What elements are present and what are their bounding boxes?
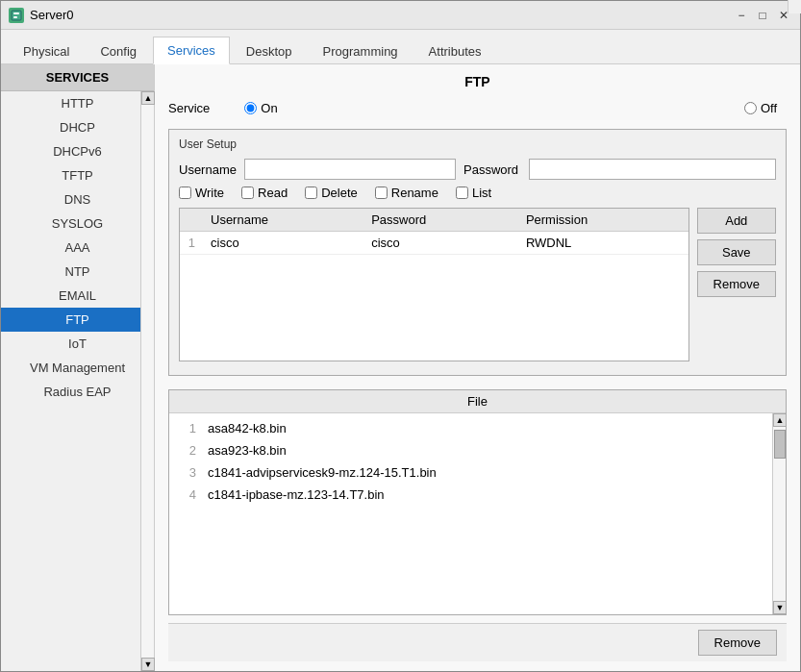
tab-programming[interactable]: Programming <box>309 37 413 64</box>
scroll-track <box>141 105 154 658</box>
sidebar-item-syslog[interactable]: SYSLOG <box>1 212 154 236</box>
write-label: Write <box>195 186 224 200</box>
delete-checkbox[interactable] <box>305 187 317 199</box>
row-username: cisco <box>203 232 363 255</box>
bottom-bar: Remove <box>168 623 787 661</box>
scroll-up-arrow[interactable]: ▲ <box>141 91 155 105</box>
app-icon <box>9 8 24 23</box>
rename-checkbox[interactable] <box>375 187 388 199</box>
col-username: Username <box>203 209 363 232</box>
tab-bar: Physical Config Services Desktop Program… <box>1 30 800 64</box>
sidebar-item-dns[interactable]: DNS <box>1 187 154 212</box>
tab-physical[interactable]: Physical <box>9 37 84 64</box>
user-setup-legend: User Setup <box>179 137 776 151</box>
rename-checkbox-label[interactable]: Rename <box>375 186 438 200</box>
write-checkbox-label[interactable]: Write <box>179 186 224 200</box>
file-list-wrapper: 1 asa842-k8.bin 2 asa923-k8.bin 3 c1841-… <box>169 413 786 614</box>
col-num <box>180 209 203 232</box>
sidebar-item-radius-eap[interactable]: Radius EAP <box>1 380 154 404</box>
list-checkbox-label[interactable]: List <box>456 186 491 200</box>
title-bar: Server0 − □ ✕ <box>1 1 800 30</box>
tab-config[interactable]: Config <box>86 37 151 64</box>
file-name-2: asa923-k8.bin <box>208 443 287 458</box>
file-section: File 1 asa842-k8.bin 2 asa923-k8.bin <box>168 389 787 615</box>
file-num-3: 3 <box>179 465 196 480</box>
sidebar-item-tftp[interactable]: TFTP <box>1 163 154 187</box>
ftp-panel: FTP Service On Off User Setup Username <box>155 64 800 671</box>
main-content: SERVICES HTTP DHCP DHCPv6 TFTP DNS SYSLO… <box>1 64 800 671</box>
sidebar: SERVICES HTTP DHCP DHCPv6 TFTP DNS SYSLO… <box>1 64 155 671</box>
list-checkbox[interactable] <box>456 187 468 199</box>
tab-desktop[interactable]: Desktop <box>232 37 307 64</box>
sidebar-scrollbar: ▲ ▼ <box>140 91 154 671</box>
sidebar-item-iot[interactable]: IoT <box>1 332 154 356</box>
username-input[interactable] <box>244 159 456 180</box>
window-controls: − □ ✕ <box>733 7 792 24</box>
scroll-down-arrow[interactable]: ▼ <box>141 658 155 671</box>
list-item: 2 asa923-k8.bin <box>169 439 772 461</box>
ftp-title: FTP <box>168 74 787 89</box>
col-permission: Permission <box>518 209 688 232</box>
service-row: Service On Off <box>168 101 787 115</box>
sidebar-item-dhcp[interactable]: DHCP <box>1 115 154 139</box>
file-header: File <box>177 394 778 409</box>
user-table: Username Password Permission 1 cisco cis… <box>179 208 689 361</box>
password-input[interactable] <box>529 159 776 180</box>
maximize-button[interactable]: □ <box>754 7 771 24</box>
tab-attributes[interactable]: Attributes <box>414 37 496 64</box>
save-button[interactable]: Save <box>697 239 776 265</box>
row-num: 1 <box>180 232 203 255</box>
file-scroll-down-arrow[interactable]: ▼ <box>773 601 787 614</box>
list-item: 3 c1841-advipservicesk9-mz.124-15.T1.bin <box>169 461 772 484</box>
service-on-label[interactable]: On <box>244 101 277 115</box>
add-button[interactable]: Add <box>697 208 776 234</box>
write-checkbox[interactable] <box>179 187 191 199</box>
file-name-1: asa842-k8.bin <box>208 421 287 436</box>
table-row[interactable]: 1 cisco cisco RWDNL <box>180 232 688 255</box>
user-setup-box: User Setup Username Password Write <box>168 129 787 376</box>
service-off-label[interactable]: Off <box>744 101 777 115</box>
file-num-4: 4 <box>179 487 196 502</box>
service-off-text: Off <box>761 101 777 115</box>
table-area: Username Password Permission 1 cisco cis… <box>179 208 776 361</box>
sidebar-item-email[interactable]: EMAIL <box>1 284 154 308</box>
credentials-row: Username Password <box>179 159 776 180</box>
file-scrollbar: ▲ ▼ <box>772 413 786 614</box>
service-on-radio[interactable] <box>244 102 257 114</box>
service-off-radio[interactable] <box>744 102 757 114</box>
svg-rect-2 <box>13 16 17 18</box>
file-num-2: 2 <box>179 443 196 458</box>
permissions-row: Write Read Delete Rename <box>179 186 776 200</box>
col-password: Password <box>363 209 518 232</box>
username-label: Username <box>179 162 237 177</box>
sidebar-item-aaa[interactable]: AAA <box>1 236 154 260</box>
sidebar-item-vm-management[interactable]: VM Management <box>1 356 154 380</box>
sidebar-item-http[interactable]: HTTP <box>1 91 154 115</box>
delete-checkbox-label[interactable]: Delete <box>305 186 358 200</box>
remove-file-button[interactable]: Remove <box>698 630 777 656</box>
svg-rect-0 <box>12 11 21 20</box>
service-on-text: On <box>261 101 277 115</box>
read-checkbox-label[interactable]: Read <box>241 186 288 200</box>
file-list: 1 asa842-k8.bin 2 asa923-k8.bin 3 c1841-… <box>169 413 772 614</box>
file-scroll-thumb <box>774 430 786 459</box>
sidebar-header: SERVICES <box>1 64 154 91</box>
tab-services[interactable]: Services <box>153 37 230 64</box>
main-window: Server0 − □ ✕ Physical Config Services D… <box>0 0 801 672</box>
read-checkbox[interactable] <box>241 187 254 199</box>
file-scroll-up-arrow[interactable]: ▲ <box>773 413 787 427</box>
file-header-row: File <box>169 390 786 413</box>
password-label: Password <box>463 162 521 177</box>
svg-rect-1 <box>13 12 19 14</box>
action-buttons: Add Save Remove <box>697 208 776 361</box>
delete-label: Delete <box>321 186 358 200</box>
sidebar-item-ntp[interactable]: NTP <box>1 260 154 284</box>
rename-label: Rename <box>391 186 438 200</box>
remove-user-button[interactable]: Remove <box>697 271 776 297</box>
sidebar-item-dhcpv6[interactable]: DHCPv6 <box>1 139 154 163</box>
file-scroll-track <box>773 427 786 601</box>
minimize-button[interactable]: − <box>733 7 750 24</box>
row-permission: RWDNL <box>518 232 688 255</box>
row-password: cisco <box>363 232 518 255</box>
sidebar-item-ftp[interactable]: FTP <box>1 308 154 332</box>
